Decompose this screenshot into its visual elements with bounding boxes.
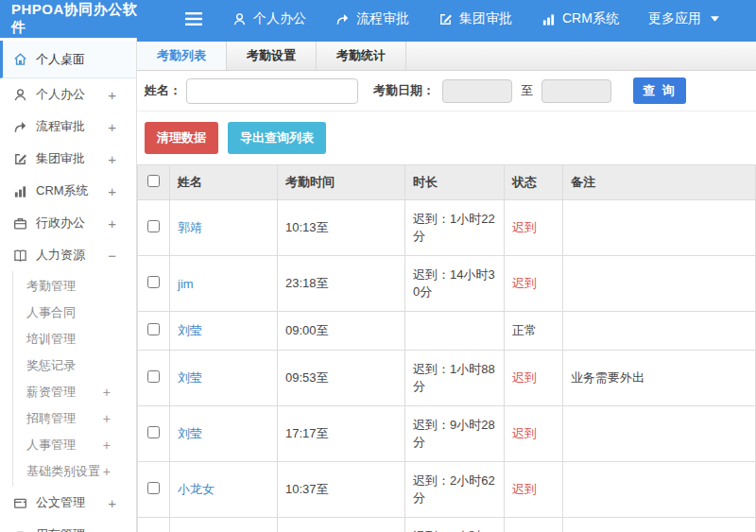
date-to-separator: 至	[521, 82, 533, 99]
select-all-header-cell	[138, 165, 170, 200]
employee-name-link[interactable]: 郭靖	[178, 220, 202, 234]
sidebar-item-personal-desktop[interactable]: 个人桌面	[0, 41, 136, 78]
column-header: 考勤时间	[278, 165, 405, 200]
duration-cell: 迟到：1小时22分	[405, 200, 505, 256]
note-cell	[563, 462, 756, 518]
expand-toggle-icon[interactable]: +	[108, 495, 116, 511]
select-all-checkbox[interactable]	[147, 175, 160, 187]
sidebar-item-human-resources[interactable]: 人力资源−	[0, 239, 136, 271]
sidebar-subitem-personnel-management[interactable]: 人事管理+	[13, 432, 136, 458]
status-badge: 迟到	[512, 276, 537, 290]
employee-name-link[interactable]: 刘莹	[178, 323, 202, 337]
sidebar-subitem-attendance-management[interactable]: 考勤管理	[13, 273, 136, 300]
tab-attendance-settings[interactable]: 考勤设置	[227, 42, 317, 70]
row-checkbox[interactable]	[147, 482, 160, 494]
employee-name-link[interactable]: 刘莹	[178, 370, 202, 385]
duration-line: 迟到：14小时30分	[413, 266, 496, 300]
nav-item-label: 集团审批	[459, 10, 512, 27]
flow-icon	[13, 120, 27, 134]
chart-icon	[13, 184, 27, 198]
sidebar-subitem-recruitment-management[interactable]: 招聘管理+	[13, 405, 136, 432]
sidebar-item-document-management[interactable]: 公文管理+	[0, 487, 136, 519]
top-nav: 个人办公流程审批集团审批CRM系统更多应用	[232, 10, 719, 27]
duration-cell: 迟到：2小时90分早退：7小时10分	[405, 518, 505, 532]
nav-item-more-apps[interactable]: 更多应用	[648, 10, 719, 27]
nav-item-label: 更多应用	[648, 10, 701, 27]
doc-icon	[13, 496, 27, 510]
expand-toggle-icon[interactable]: +	[108, 151, 116, 167]
row-checkbox[interactable]	[147, 276, 160, 288]
name-input[interactable]	[186, 78, 358, 104]
expand-toggle-icon[interactable]: +	[103, 411, 111, 426]
nav-item-personal-office[interactable]: 个人办公	[232, 10, 306, 27]
expand-toggle-icon[interactable]: +	[108, 215, 116, 232]
clean-data-button[interactable]: 清理数据	[145, 122, 218, 154]
sidebar: 个人桌面个人办公+流程审批+集团审批+CRM系统+行政办公+人力资源−考勤管理人…	[0, 38, 137, 532]
row-checkbox[interactable]	[147, 220, 160, 232]
duration-line: 迟到：2小时90分	[413, 528, 496, 532]
export-list-button[interactable]: 导出查询列表	[228, 122, 326, 154]
sidebar-subitem-salary-management[interactable]: 薪资管理+	[13, 379, 136, 405]
duration-cell: 迟到：9小时28分	[405, 406, 505, 462]
nav-item-workflow-approval[interactable]: 流程审批	[335, 10, 409, 27]
expand-toggle-icon[interactable]: −	[108, 248, 116, 264]
book-icon	[13, 249, 27, 263]
employee-name-link[interactable]: 小龙女	[178, 482, 215, 496]
nav-item-group-approval[interactable]: 集团审批	[438, 10, 512, 27]
sidebar-subitem-label: 薪资管理	[26, 384, 76, 401]
expand-toggle-icon[interactable]: +	[108, 87, 116, 103]
sidebar-subitem-training-management[interactable]: 培训管理	[13, 326, 136, 352]
tab-attendance-list[interactable]: 考勤列表	[137, 42, 227, 70]
sidebar-item-workflow-approval[interactable]: 流程审批+	[0, 111, 136, 143]
sidebar-item-label: 行政办公	[36, 215, 85, 232]
time-cell: 10:37至	[278, 462, 405, 518]
expand-toggle-icon[interactable]: +	[108, 183, 116, 199]
sidebar-item-group-approval[interactable]: 集团审批+	[0, 143, 136, 175]
user-icon	[232, 12, 247, 26]
row-checkbox[interactable]	[147, 426, 160, 438]
expand-toggle-icon[interactable]: +	[108, 119, 116, 135]
time-cell: 10:54至10:54	[278, 518, 405, 532]
chart-icon	[541, 12, 556, 26]
sidebar-item-vehicle-management[interactable]: 用车管理+	[0, 519, 136, 532]
date-from-input[interactable]	[442, 79, 512, 103]
note-cell	[563, 200, 756, 256]
expand-toggle-icon[interactable]: +	[103, 385, 111, 400]
duration-cell: 迟到：1小时88分	[405, 351, 505, 406]
status-cell: 迟到	[505, 406, 563, 462]
sidebar-item-personal-office[interactable]: 个人办公+	[0, 78, 136, 111]
flow-icon	[335, 12, 350, 26]
tab-attendance-statistics[interactable]: 考勤统计	[317, 42, 406, 70]
name-cell: 郭靖	[170, 200, 278, 256]
user-icon	[13, 88, 27, 102]
row-checkbox[interactable]	[147, 323, 160, 335]
expand-toggle-icon[interactable]: +	[108, 527, 116, 532]
nav-item-crm-system[interactable]: CRM系统	[541, 10, 619, 27]
row-checkbox[interactable]	[147, 370, 160, 383]
status-cell: 迟到	[505, 200, 563, 256]
expand-toggle-icon[interactable]: +	[103, 464, 111, 479]
name-cell: 刘莹	[170, 351, 278, 406]
home-icon	[13, 52, 27, 66]
employee-name-link[interactable]: jim	[178, 277, 194, 291]
name-cell: 刘莹	[170, 312, 278, 351]
status-badge: 迟到	[512, 482, 537, 496]
employee-name-link[interactable]: 刘莹	[178, 426, 202, 440]
duration-cell	[405, 312, 505, 351]
sidebar-item-crm-system[interactable]: CRM系统+	[0, 175, 136, 207]
sidebar-subitem-personnel-contract[interactable]: 人事合同	[13, 300, 136, 326]
status-badge: 迟到	[512, 426, 537, 440]
table-body: 郭靖10:13至迟到：1小时22分迟到jim23:18至迟到：14小时30分迟到…	[138, 200, 756, 532]
time-cell: 09:00至	[278, 312, 405, 351]
sidebar-item-admin-office[interactable]: 行政办公+	[0, 207, 136, 239]
expand-toggle-icon[interactable]: +	[103, 438, 111, 453]
date-to-input[interactable]	[541, 79, 611, 103]
menu-toggle-icon[interactable]	[185, 12, 202, 26]
table-row: 刘莹17:17至迟到：9小时28分迟到	[138, 406, 756, 462]
search-button[interactable]: 查 询	[633, 77, 686, 104]
status-badge: 迟到	[512, 220, 537, 234]
status-cell: 迟到	[505, 462, 563, 518]
sidebar-subitem-basic-category-settings[interactable]: 基础类别设置+	[13, 458, 136, 485]
sidebar-subitem-reward-punishment[interactable]: 奖惩记录	[13, 352, 136, 379]
note-cell	[563, 256, 756, 312]
